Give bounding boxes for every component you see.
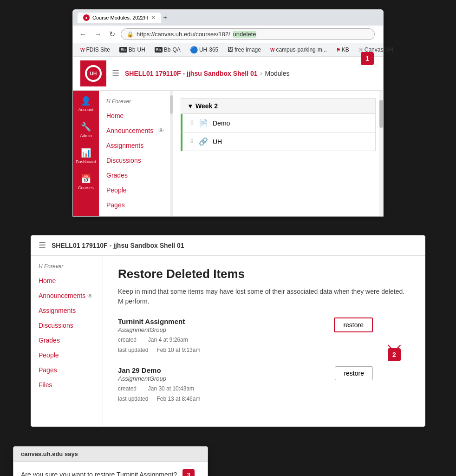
callout-3: 3 [182,469,195,476]
deleted-item-1-meta: created Jan 4 at 9:26am last updated Feb… [118,335,410,355]
secure-icon: 🔒 [127,31,134,38]
refresh-button[interactable]: ↻ [107,29,117,40]
browser-toolbar: ← → ↻ 🔒 https://canvas.uh.edu/courses/18… [73,26,383,43]
canvas-main: ▾ Week 2 ⠿ 📄 Demo ⠿ 🔗 UH [173,91,383,216]
account-icon: 👤 [81,96,91,106]
course-nav-grades[interactable]: Grades [99,168,173,183]
new-tab-button[interactable]: + [163,13,167,22]
sidebar-item-admin[interactable]: 🔧 Admin [73,117,99,143]
uh-logo: UH [80,60,106,86]
restore-nav-assignments[interactable]: Assignments [31,303,103,318]
restore-button-2[interactable]: restore [335,366,373,380]
svg-text:UH: UH [90,71,97,76]
restore-nav-pages[interactable]: Pages [31,363,103,377]
module-item-uh-label: UH [213,138,222,145]
forward-button[interactable]: → [92,29,104,40]
admin-icon: 🔧 [81,122,91,132]
restore-nav-announcements[interactable]: Announcements 👁 [31,288,103,303]
bookmark-uh365[interactable]: 🔵 UH-365 [187,45,221,54]
restore-nav-files[interactable]: Files [31,377,103,392]
courses-icon: 📅 [81,174,91,184]
deleted-item-1: Turninit Assignment AssignmentGroup crea… [118,317,410,355]
item1-created-label: created [118,337,137,343]
drag-handle-uh: ⠿ [190,139,194,145]
breadcrumb-course: SHELL01 179110F - jjhsu Sandbox Shell 01 [125,70,258,77]
course-nav-home[interactable]: Home [99,108,173,123]
main-scrollbar-thumb [379,100,383,128]
course-nav-header: H Forever [99,94,173,108]
restore-nav-people[interactable]: People [31,348,103,363]
course-nav: H Forever Home Announcements 👁 Assignmen… [99,91,173,216]
tab-close-btn[interactable]: ✕ [151,14,156,21]
canvas-sidebar: 👤 Account 🔧 Admin 📊 Dashboard 📅 Courses [73,91,99,216]
uh-logo-img: UH [85,65,102,82]
item1-created-date: Jan 4 at 9:26am [148,337,188,343]
canvas-header: UH ☰ SHELL01 179110F - jjhsu Sandbox She… [73,57,383,91]
sidebar-item-account[interactable]: 👤 Account [73,91,99,117]
sidebar-item-dashboard[interactable]: 📊 Dashboard [73,143,99,169]
module-header-week2: ▾ Week 2 [181,98,376,114]
restore-description: Keep in mind that some items may have lo… [118,287,410,306]
restore-button-1[interactable]: restore [334,317,373,332]
bookmark-fdis[interactable]: W FDIS Site [78,46,113,54]
restore-header-course: SHELL01 179110F - jjhsu Sandbox Shell 01 [52,242,184,249]
course-nav-pages[interactable]: Pages [99,198,173,212]
canvas-app: UH ☰ SHELL01 179110F - jjhsu Sandbox She… [73,57,383,216]
bookmark-freeimage-label: free image [235,46,261,53]
bookmark-fdis-label: FDIS Site [86,46,110,53]
restore-nav-header: H Forever [31,259,103,273]
bookmark-fdis-icon: W [80,47,85,53]
restore-section-header: ☰ SHELL01 179110F - jjhsu Sandbox Shell … [31,236,425,256]
course-nav-assignments[interactable]: Assignments [99,138,173,153]
bookmark-bbuh-label: Bb-UH [129,46,145,53]
restore-nav-home[interactable]: Home [31,273,103,288]
item2-updated-label: last updated [118,396,148,402]
bookmarks-bar: W FDIS Site Bb Bb-UH Bb Bb-QA 🔵 UH-365 🖼… [73,43,383,57]
sidebar-label-courses: Courses [78,185,94,190]
bookmark-freeimage[interactable]: 🖼 free image [225,46,264,54]
drag-handle-demo: ⠿ [190,120,194,126]
dialog-content: Are you sure you want to restore Turnini… [13,462,208,476]
module-name: Week 2 [195,102,218,110]
bookmark-bbqa[interactable]: Bb Bb-QA [152,46,183,54]
bookmark-parking[interactable]: W campus-parking-m... [267,46,330,54]
restore-main: Restore Deleted Items Keep in mind that … [103,256,425,426]
sidebar-item-courses[interactable]: 📅 Courses [73,169,99,195]
tab-area: ● Course Modules: 2022FE SHELLO ✕ + [78,13,167,23]
bookmark-parking-icon: W [270,47,274,53]
nav-scrollbar-thumb [170,95,173,114]
hamburger-menu[interactable]: ☰ [112,68,119,79]
bookmark-uh365-label: UH-365 [199,46,218,53]
active-tab[interactable]: ● Course Modules: 2022FE SHELLO ✕ [78,13,161,23]
restore-nav-grades[interactable]: Grades [31,333,103,348]
item1-updated-date: Feb 10 at 9:13am [156,347,200,353]
course-nav-discussions[interactable]: Discussions [99,153,173,168]
bookmark-kb[interactable]: ⚑ KB [333,46,352,54]
restore-announcements-icon: 👁 [87,293,93,299]
course-nav-people[interactable]: People [99,183,173,198]
address-bar[interactable]: 🔒 https://canvas.uh.edu/courses/182/unde… [121,28,375,40]
module-item-demo-label: Demo [213,119,230,127]
tab-favicon: ● [83,14,90,21]
module-item-uh[interactable]: ⠿ 🔗 UH [181,132,376,151]
module-item-demo-icon: 📄 [199,119,208,127]
bookmark-bbqa-label: Bb-QA [164,46,181,53]
restore-nav-discussions[interactable]: Discussions [31,318,103,333]
back-button[interactable]: ← [78,29,89,40]
course-nav-announcements[interactable]: Announcements 👁 [99,123,173,138]
dialog-message: Are you sure you want to restore Turnini… [21,469,200,476]
browser-titlebar: ● Course Modules: 2022FE SHELLO ✕ + [73,10,383,26]
confirm-dialog: canvas.uh.edu says Are you sure you want… [13,446,208,476]
restore-hamburger[interactable]: ☰ [39,240,46,251]
dialog-message-text: Are you sure you want to restore Turnini… [21,471,177,476]
item2-updated-date: Feb 13 at 8:46am [156,396,200,402]
breadcrumb-separator: › [261,70,262,77]
item2-created-date: Jan 30 at 10:43am [148,385,194,392]
bookmark-bbuh-icon: Bb [119,47,127,53]
dialog-titlebar: canvas.uh.edu says [13,447,208,462]
module-item-demo[interactable]: ⠿ 📄 Demo [181,114,376,132]
main-scrollbar[interactable] [379,91,383,216]
deleted-item-2: Jan 29 Demo AssignmentGroup created Jan … [118,366,410,404]
sidebar-label-admin: Admin [80,133,92,138]
bookmark-bbuh[interactable]: Bb Bb-UH [117,46,148,54]
